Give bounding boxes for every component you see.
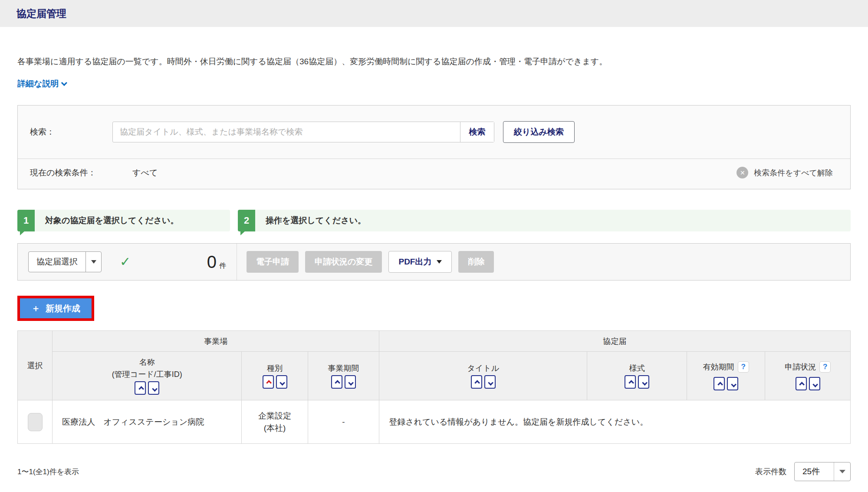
chevron-down-icon bbox=[152, 386, 158, 392]
table-row: 医療法人 オフィスステーション病院 企業設定 (本社) - 登録されている情報が… bbox=[18, 400, 851, 444]
sort-asc-button-active[interactable] bbox=[263, 375, 274, 389]
format-column-header: 様式 bbox=[587, 352, 687, 400]
result-range-text: 1〜1(全1)件を表示 bbox=[17, 467, 79, 477]
title-column-label: タイトル bbox=[380, 363, 586, 373]
row-empty-message: 登録されている情報がありません。協定届を新規作成してください。 bbox=[379, 400, 851, 444]
chevron-down-icon bbox=[731, 382, 736, 387]
page-title: 協定届管理 bbox=[16, 7, 66, 20]
title-sort-control bbox=[471, 375, 496, 389]
validity-column-label: 有効期間 bbox=[703, 362, 734, 372]
agreements-table: 選択 事業場 協定届 名称 (管理コード/工事ID) 種別 bbox=[17, 330, 851, 444]
page-size-select[interactable]: 25件 bbox=[794, 462, 851, 481]
group-header-row: 選択 事業場 協定届 bbox=[18, 331, 851, 352]
clear-all-label: 検索条件をすべて解除 bbox=[754, 168, 833, 178]
validity-sort-control bbox=[713, 377, 738, 390]
step-1-band: 1 対象の協定届を選択してください。 bbox=[17, 210, 230, 231]
period-column-label: 事業期間 bbox=[309, 363, 378, 373]
plus-icon: ＋ bbox=[31, 302, 40, 314]
page-size-label: 表示件数 bbox=[755, 466, 786, 477]
help-icon[interactable]: ? bbox=[819, 361, 831, 373]
sort-desc-button[interactable] bbox=[638, 375, 649, 389]
sort-desc-button[interactable] bbox=[484, 375, 496, 389]
chevron-up-icon bbox=[628, 380, 634, 386]
title-column-header: タイトル bbox=[379, 352, 587, 400]
type-column-header: 種別 bbox=[242, 352, 308, 400]
details-link-label: 詳細な説明 bbox=[17, 78, 59, 89]
sort-asc-button[interactable] bbox=[135, 381, 146, 395]
toolbar-actions-section: 電子申請 申請状況の変更 PDF出力 削除 bbox=[237, 244, 503, 280]
sort-asc-button[interactable] bbox=[331, 375, 342, 389]
sort-desc-button[interactable] bbox=[727, 377, 738, 390]
step-2-badge: 2 bbox=[238, 210, 255, 231]
filter-search-button[interactable]: 絞り込み検索 bbox=[503, 121, 575, 143]
step-1-badge: 1 bbox=[17, 210, 35, 231]
delete-button[interactable]: 削除 bbox=[458, 251, 494, 273]
status-column-header: 申請状況 ? bbox=[765, 352, 851, 400]
row-select-cell bbox=[18, 400, 53, 444]
page-size-group: 表示件数 25件 bbox=[755, 462, 851, 481]
chevron-up-icon bbox=[475, 380, 480, 386]
current-conditions-label: 現在の検索条件： bbox=[30, 167, 112, 178]
agreement-select-dropdown[interactable]: 協定届選択 bbox=[28, 251, 102, 272]
chevron-down-icon bbox=[642, 380, 648, 386]
help-icon[interactable]: ? bbox=[738, 361, 749, 373]
search-panel: 検索： 検索 絞り込み検索 現在の検索条件： すべて ✕ 検索条件をすべて解除 bbox=[17, 105, 851, 189]
sort-desc-button[interactable] bbox=[809, 377, 820, 390]
row-checkbox[interactable] bbox=[28, 413, 43, 431]
create-new-button[interactable]: ＋ 新規作成 bbox=[20, 298, 92, 318]
status-sort-control bbox=[796, 377, 820, 390]
pdf-export-label: PDF出力 bbox=[398, 256, 431, 267]
name-column-sublabel: (管理コード/工事ID) bbox=[53, 369, 241, 380]
current-conditions-value: すべて bbox=[132, 167, 158, 178]
row-type-line1: 企業設定 bbox=[242, 410, 307, 422]
row-type-cell: 企業設定 (本社) bbox=[242, 400, 308, 444]
search-input-group: 検索 bbox=[112, 122, 494, 142]
sort-desc-button[interactable] bbox=[345, 375, 356, 389]
caret-down-icon bbox=[839, 470, 845, 473]
row-type-line2: (本社) bbox=[242, 422, 307, 434]
name-column-label: 名称 bbox=[53, 357, 241, 367]
table-footer: 1〜1(全1)件を表示 表示件数 25件 bbox=[17, 462, 851, 481]
chevron-down-icon bbox=[812, 382, 818, 387]
format-sort-control bbox=[625, 375, 649, 389]
sort-asc-button[interactable] bbox=[625, 375, 636, 389]
name-column-header: 名称 (管理コード/工事ID) bbox=[53, 352, 242, 400]
chevron-up-icon bbox=[799, 382, 805, 387]
chevron-up-icon bbox=[266, 380, 272, 386]
dropdown-arrow-section[interactable] bbox=[834, 462, 850, 481]
period-column-header: 事業期間 bbox=[308, 352, 379, 400]
agreement-select-label: 協定届選択 bbox=[29, 252, 85, 272]
clear-all-conditions[interactable]: ✕ 検索条件をすべて解除 bbox=[736, 167, 838, 178]
current-conditions-row: 現在の検索条件： すべて ✕ 検索条件をすべて解除 bbox=[18, 159, 850, 189]
search-button[interactable]: 検索 bbox=[460, 122, 494, 142]
selected-count: 0 件 bbox=[207, 252, 226, 272]
search-label: 検索： bbox=[30, 126, 112, 138]
page-size-value: 25件 bbox=[795, 462, 834, 481]
period-sort-control bbox=[331, 375, 356, 389]
format-column-label: 様式 bbox=[588, 363, 686, 373]
details-link[interactable]: 詳細な説明 bbox=[17, 78, 67, 89]
sort-desc-button[interactable] bbox=[148, 381, 159, 395]
dropdown-arrow-section[interactable] bbox=[85, 252, 101, 272]
sort-asc-button[interactable] bbox=[471, 375, 482, 389]
chevron-down-icon bbox=[61, 80, 67, 86]
chevron-up-icon bbox=[138, 386, 144, 392]
sort-desc-button[interactable] bbox=[276, 375, 287, 389]
sort-asc-button[interactable] bbox=[713, 377, 725, 390]
create-button-highlight: ＋ 新規作成 bbox=[17, 296, 94, 321]
action-toolbar: 協定届選択 ✓ 0 件 電子申請 申請状況の変更 PDF出力 削除 bbox=[17, 243, 851, 281]
check-icon: ✓ bbox=[120, 255, 131, 268]
create-new-label: 新規作成 bbox=[46, 303, 80, 314]
sort-asc-button[interactable] bbox=[796, 377, 807, 390]
status-column-label: 申請状況 bbox=[785, 362, 816, 372]
chevron-up-icon bbox=[717, 382, 723, 387]
validity-column-header: 有効期間 ? bbox=[687, 352, 765, 400]
workplace-group-header: 事業場 bbox=[53, 331, 379, 352]
pdf-export-button[interactable]: PDF出力 bbox=[388, 251, 452, 273]
search-input[interactable] bbox=[113, 122, 460, 142]
select-column-header: 選択 bbox=[18, 331, 53, 400]
status-change-button[interactable]: 申請状況の変更 bbox=[305, 251, 382, 273]
selected-count-value: 0 bbox=[207, 252, 217, 272]
e-apply-button[interactable]: 電子申請 bbox=[247, 251, 299, 273]
type-column-label: 種別 bbox=[242, 363, 307, 373]
